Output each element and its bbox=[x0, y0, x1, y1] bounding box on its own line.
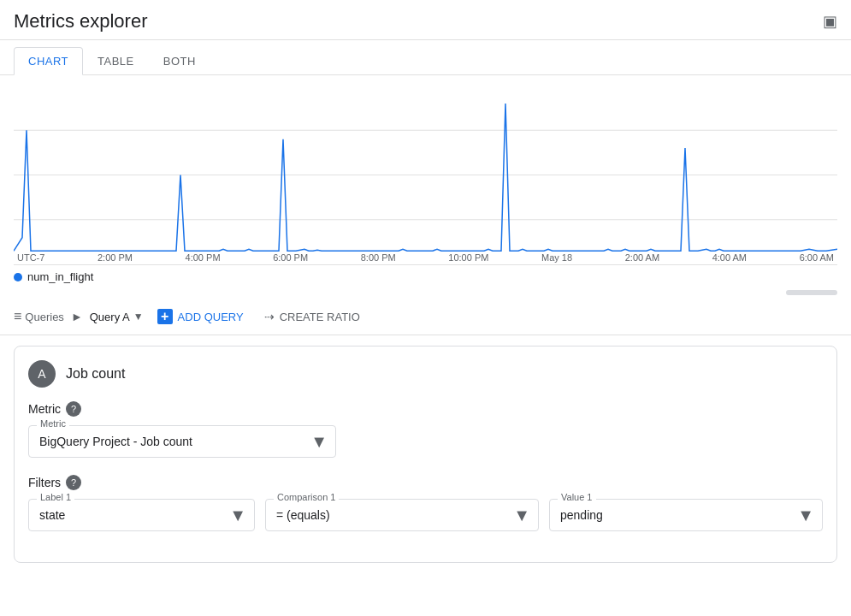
scrollbar-pill[interactable] bbox=[786, 290, 837, 295]
scrollbar-hint bbox=[0, 290, 851, 299]
query-panel-header: A Job count bbox=[28, 360, 823, 388]
queries-label-text: Queries bbox=[25, 311, 64, 323]
filters-help-icon[interactable]: ? bbox=[66, 475, 81, 490]
label1-select[interactable]: statejob_typereservation_id bbox=[28, 499, 255, 531]
tab-chart[interactable]: CHART bbox=[14, 47, 83, 75]
add-query-label: ADD QUERY bbox=[178, 311, 244, 323]
label1-field-label: Label 1 bbox=[37, 492, 74, 502]
list-icon: ≡ bbox=[14, 309, 21, 324]
metric-field-wrapper: Metric BigQuery Project - Job countBigQu… bbox=[28, 425, 336, 458]
tab-table[interactable]: TABLE bbox=[83, 47, 149, 74]
value1-select[interactable]: pending bbox=[549, 499, 823, 531]
x-label-0: UTC-7 bbox=[17, 252, 44, 263]
x-label-9: 6:00 AM bbox=[800, 252, 834, 263]
chevron-right-icon: ► bbox=[71, 310, 83, 323]
query-panel: A Job count Metric ? Metric BigQuery Pro… bbox=[14, 346, 837, 563]
query-avatar: A bbox=[28, 360, 56, 388]
comparison1-field-label: Comparison 1 bbox=[274, 492, 339, 502]
label1-field-wrapper: Label 1 statejob_typereservation_id ▼ bbox=[28, 499, 255, 531]
create-ratio-button[interactable]: ⇢ CREATE RATIO bbox=[257, 306, 367, 327]
metric-select[interactable]: BigQuery Project - Job countBigQuery Pro… bbox=[28, 425, 336, 458]
query-selector[interactable]: Query A ▼ bbox=[90, 311, 144, 323]
chart-svg bbox=[14, 86, 837, 264]
legend-label: num_in_flight bbox=[27, 270, 93, 283]
value1-field-wrapper: Value 1 pending ▼ bbox=[549, 499, 823, 531]
create-ratio-label: CREATE RATIO bbox=[280, 311, 360, 323]
chart-legend: num_in_flight bbox=[0, 265, 851, 290]
metric-section-label: Metric ? bbox=[28, 401, 823, 417]
add-icon: + bbox=[157, 309, 173, 324]
filters-label-text: Filters bbox=[28, 476, 61, 489]
x-label-6: May 18 bbox=[541, 252, 572, 263]
query-bar: ≡ Queries ► Query A ▼ + ADD QUERY ⇢ CREA… bbox=[0, 299, 851, 335]
chart-container: UTC-7 2:00 PM 4:00 PM 6:00 PM 8:00 PM 10… bbox=[14, 86, 837, 265]
filters-row: Label 1 statejob_typereservation_id ▼ Co… bbox=[28, 499, 823, 548]
legend-dot bbox=[14, 273, 22, 281]
x-label-5: 10:00 PM bbox=[448, 252, 488, 263]
metric-field-label: Metric bbox=[37, 418, 69, 429]
chart-area: UTC-7 2:00 PM 4:00 PM 6:00 PM 8:00 PM 10… bbox=[0, 75, 851, 265]
metric-label-text: Metric bbox=[28, 402, 61, 416]
metric-help-icon[interactable]: ? bbox=[66, 401, 81, 417]
x-axis: UTC-7 2:00 PM 4:00 PM 6:00 PM 8:00 PM 10… bbox=[14, 252, 837, 263]
tab-bar: CHART TABLE BOTH bbox=[0, 40, 851, 75]
add-query-button[interactable]: + ADD QUERY bbox=[151, 305, 251, 328]
comparison1-field-wrapper: Comparison 1 = (equals)!= (not equals)st… bbox=[265, 499, 539, 531]
filters-section-label: Filters ? bbox=[28, 475, 823, 490]
x-label-8: 4:00 AM bbox=[712, 252, 747, 263]
query-name-text: Query A bbox=[90, 311, 130, 323]
tab-both[interactable]: BOTH bbox=[149, 47, 210, 74]
x-label-4: 8:00 PM bbox=[361, 252, 396, 263]
x-label-7: 2:00 AM bbox=[625, 252, 659, 263]
query-dropdown-icon: ▼ bbox=[133, 311, 144, 323]
x-label-1: 2:00 PM bbox=[98, 252, 133, 263]
page-header: Metrics explorer ▣ bbox=[0, 0, 851, 40]
value1-field-label: Value 1 bbox=[558, 492, 596, 502]
x-label-3: 6:00 PM bbox=[273, 252, 308, 263]
info-icon[interactable]: ▣ bbox=[823, 12, 837, 31]
comparison1-select[interactable]: = (equals)!= (not equals)starts withends… bbox=[265, 499, 539, 531]
queries-nav[interactable]: ≡ Queries bbox=[14, 309, 64, 324]
page-title: Metrics explorer bbox=[14, 10, 147, 33]
ratio-icon: ⇢ bbox=[264, 310, 275, 323]
x-label-2: 4:00 PM bbox=[186, 252, 221, 263]
query-panel-title: Job count bbox=[66, 366, 125, 382]
